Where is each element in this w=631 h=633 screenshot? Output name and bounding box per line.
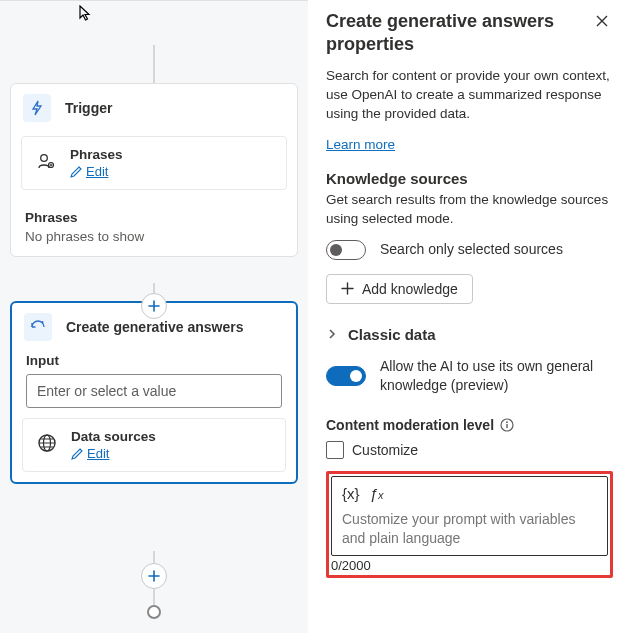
prompt-placeholder: Customize your prompt with variables and… <box>342 510 597 548</box>
info-icon <box>500 418 514 432</box>
gen-answers-title: Create generative answers <box>66 319 243 335</box>
prompt-highlight: {x} ƒx Customize your prompt with variab… <box>326 471 613 579</box>
classic-data-section[interactable]: Classic data <box>326 326 613 343</box>
plus-icon <box>148 570 160 582</box>
pencil-icon <box>70 166 82 178</box>
variable-icon[interactable]: {x} <box>342 485 360 502</box>
search-selected-toggle[interactable] <box>326 240 366 260</box>
trigger-card[interactable]: Trigger Phrases Edit Phrases No phrases … <box>10 83 298 257</box>
panel-title: Create generative answers properties <box>326 10 613 57</box>
input-field[interactable]: Enter or select a value <box>26 374 282 408</box>
svg-point-2 <box>42 321 44 323</box>
learn-more-link[interactable]: Learn more <box>326 137 395 152</box>
phrases-heading: Phrases <box>25 210 283 225</box>
flow-canvas: Trigger Phrases Edit Phrases No phrases … <box>0 0 308 633</box>
properties-panel: Create generative answers properties Sea… <box>308 0 631 633</box>
phrases-block[interactable]: Phrases Edit <box>21 136 287 190</box>
knowledge-title: Knowledge sources <box>326 170 613 187</box>
lightning-icon <box>23 94 51 122</box>
phrases-label: Phrases <box>70 147 123 162</box>
add-step-button-2[interactable] <box>141 563 167 589</box>
plus-icon <box>148 300 160 312</box>
customize-label: Customize <box>352 442 418 458</box>
trigger-title: Trigger <box>65 100 112 116</box>
prompt-textarea[interactable]: {x} ƒx Customize your prompt with variab… <box>331 476 608 557</box>
char-counter: 0/2000 <box>331 558 608 573</box>
pencil-icon <box>71 448 83 460</box>
trigger-header: Trigger <box>11 84 297 132</box>
moderation-label: Content moderation level <box>326 417 494 433</box>
edit-datasources-link[interactable]: Edit <box>71 446 156 461</box>
globe-icon <box>35 431 59 455</box>
svg-rect-7 <box>506 424 507 428</box>
input-label: Input <box>12 351 296 374</box>
person-voice-icon <box>34 149 58 173</box>
formula-icon[interactable]: ƒx <box>370 485 384 502</box>
sparkle-refresh-icon <box>24 313 52 341</box>
knowledge-desc: Get search results from the knowledge so… <box>326 191 613 227</box>
classic-data-title: Classic data <box>348 326 436 343</box>
phrases-empty-msg: No phrases to show <box>25 229 283 244</box>
chevron-right-icon <box>326 328 338 340</box>
panel-description: Search for content or provide your own c… <box>326 67 613 124</box>
search-selected-label: Search only selected sources <box>380 240 563 259</box>
data-sources-label: Data sources <box>71 429 156 444</box>
close-button[interactable] <box>591 10 613 32</box>
svg-point-6 <box>506 421 508 423</box>
general-knowledge-toggle[interactable] <box>326 366 366 386</box>
edit-phrases-link[interactable]: Edit <box>70 164 123 179</box>
svg-point-0 <box>41 155 48 162</box>
generative-answers-card[interactable]: Create generative answers Input Enter or… <box>10 301 298 484</box>
close-icon <box>595 14 609 28</box>
add-step-button[interactable] <box>141 293 167 319</box>
plus-icon <box>341 282 354 295</box>
add-knowledge-button[interactable]: Add knowledge <box>326 274 473 304</box>
phrases-empty-section: Phrases No phrases to show <box>11 200 297 256</box>
general-knowledge-label: Allow the AI to use its own general know… <box>380 357 613 395</box>
cursor-icon <box>78 5 94 21</box>
flow-end-node <box>147 605 161 619</box>
customize-checkbox[interactable] <box>326 441 344 459</box>
data-sources-block[interactable]: Data sources Edit <box>22 418 286 472</box>
